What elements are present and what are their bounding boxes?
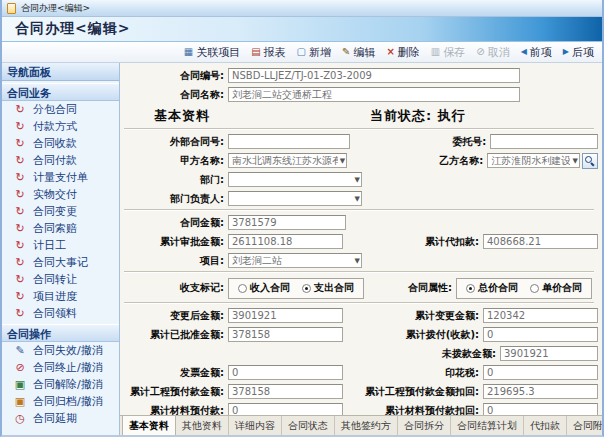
sidebar-item-contract-claim[interactable]: ↻ 合同索赔: [2, 220, 119, 237]
contract-no-field[interactable]: NSBD-LLJEZ/TJ-01-Z03-2009: [228, 68, 520, 83]
dept-head-combo[interactable]: ▼: [228, 191, 362, 206]
attr-group: 总价合同 单价合同: [456, 278, 592, 299]
toolbar-report[interactable]: ▤ 报表: [251, 45, 285, 60]
party-row: 甲方名称: 南水北调东线江苏水源有限责任公司 ▼ 乙方名称: 江苏淮阴水利建设有…: [122, 152, 598, 169]
toolbar-next-item[interactable]: ▶ 后项: [563, 45, 594, 60]
sidebar-item-contract-archive[interactable]: ▣ 合同归档/撤消: [2, 393, 119, 410]
contract-doc-icon: ↻: [14, 240, 26, 251]
contract-no-label: 合同编号:: [122, 69, 228, 83]
tab-other-info[interactable]: 其他资料: [176, 416, 229, 435]
sidebar-item-contract-invalidate[interactable]: ✎ 合同失效/撤消: [2, 342, 119, 359]
sidebar-item-contract-extend[interactable]: ◷ 合同延期: [2, 410, 119, 427]
pay-flag-label: 收支标记:: [122, 281, 228, 295]
sidebar-item-subcontract[interactable]: ↻ 分包合同: [2, 101, 119, 118]
cancel-icon: ⊘: [476, 47, 484, 57]
cum-material-back-label: 累计材料预付款扣回:: [343, 404, 483, 416]
tab-attachments[interactable]: 合同附件: [567, 416, 602, 435]
tab-other-parties[interactable]: 其他签约方: [335, 416, 398, 435]
project-combo[interactable]: 刘老涧二站 ▼: [228, 253, 362, 268]
section-contract-operations[interactable]: 合同操作: [2, 324, 119, 342]
tab-basic-info[interactable]: 基本资料: [122, 415, 176, 435]
entrust-no-field[interactable]: [490, 134, 598, 149]
changed-amount-field[interactable]: 3901921: [228, 308, 343, 323]
cum-approved-field[interactable]: 378158: [228, 327, 343, 342]
cum-withhold-field[interactable]: 408668.21: [483, 234, 598, 249]
tab-detail-content[interactable]: 详细内容: [229, 416, 282, 435]
chevron-down-icon[interactable]: ▼: [338, 157, 345, 165]
navigation-panel: 导航面板 合同业务 ↻ 分包合同 ↻ 付款方式 ↻ 合同收款 ↻ 合同付款 ↻ …: [2, 63, 120, 435]
sidebar-item-daywork[interactable]: ↻ 计日工: [2, 237, 119, 254]
sidebar-item-contract-events[interactable]: ↻ 合同大事记: [2, 254, 119, 271]
toolbar-related-project[interactable]: ▦ 关联项目: [184, 45, 240, 60]
cum-change-field[interactable]: 120342: [483, 308, 598, 323]
unitprice-contract-radio[interactable]: 单价合同: [530, 281, 582, 295]
sidebar-item-physical-delivery[interactable]: ↻ 实物交付: [2, 186, 119, 203]
toolbar-prev-item[interactable]: ◀ 前项: [521, 45, 552, 60]
expense-contract-radio[interactable]: 支出合同: [302, 281, 354, 295]
sidebar-item-payment-method[interactable]: ↻ 付款方式: [2, 118, 119, 135]
sidebar-item-contract-release[interactable]: ▣ 合同解除/撤消: [2, 376, 119, 393]
cum-change-label: 累计变更金额:: [343, 309, 483, 323]
section-contract-business[interactable]: 合同业务: [2, 83, 119, 101]
search-icon: [584, 155, 595, 166]
cum-approved-label: 累计已批准金额:: [122, 328, 228, 342]
department-combo[interactable]: ▼: [228, 172, 362, 187]
party-b-label: 乙方名称:: [347, 154, 487, 168]
prev-icon: ◀: [521, 48, 527, 56]
lumpsum-contract-radio[interactable]: 总价合同: [466, 281, 518, 295]
sidebar-item-contract-receipt[interactable]: ↻ 合同收款: [2, 135, 119, 152]
stamp-tax-field[interactable]: 0: [483, 365, 598, 380]
external-no-field[interactable]: [228, 134, 350, 149]
window-titlebar[interactable]: 合同办理<编辑>: [2, 0, 602, 17]
sidebar-item-project-progress[interactable]: ↻ 项目进度: [2, 288, 119, 305]
page-title: 合同办理<编辑>: [15, 20, 130, 38]
radio-on-icon: [302, 284, 311, 293]
chevron-down-icon[interactable]: ▼: [353, 176, 360, 184]
cum-advance-back-field[interactable]: 219695.3: [483, 384, 598, 399]
toolbar-cancel[interactable]: ⊘ 取消: [476, 45, 509, 60]
contract-amount-field[interactable]: 3781579: [228, 215, 346, 230]
chevron-down-icon[interactable]: ▼: [570, 157, 577, 165]
nav-panel-title: 导航面板: [2, 63, 119, 81]
cum-material-field[interactable]: 0: [228, 403, 343, 415]
cum-material-back-field[interactable]: 0: [483, 403, 598, 415]
divider: [124, 209, 594, 211]
sidebar-item-contract-change[interactable]: ↻ 合同变更: [2, 203, 119, 220]
tab-contract-split[interactable]: 合同拆分: [398, 416, 451, 435]
cum-approval-field[interactable]: 2611108.18: [228, 234, 343, 249]
department-label: 部门:: [122, 173, 228, 187]
unallocated-field[interactable]: 3901921: [500, 346, 598, 361]
bottom-tabstrip: 基本资料 其他资料 详细内容 合同状态 其他签约方 合同拆分 合同结算计划 代扣…: [120, 415, 602, 435]
toolbar-delete[interactable]: × 删除: [386, 45, 419, 60]
party-b-combo[interactable]: 江苏淮阴水利建设有限公司 ▼: [487, 153, 580, 168]
chevron-down-icon[interactable]: ▼: [353, 195, 360, 203]
sidebar-item-measure-payslip[interactable]: ↻ 计量支付单: [2, 169, 119, 186]
party-b-search-button[interactable]: [582, 153, 598, 169]
advance-row: 累计工程预付款金额: 378158 累计工程预付款金额扣回: 219695.3: [122, 383, 598, 400]
project-row: 项目: 刘老涧二站 ▼: [122, 252, 598, 269]
contract-name-row: 合同名称: 刘老涧二站交通桥工程: [122, 86, 598, 103]
tab-contract-status[interactable]: 合同状态: [282, 416, 335, 435]
flags-row: 收支标记: 收入合同 支出合同 合同属性:: [122, 276, 598, 300]
unallocated-row: 未拨款金额: 3901921: [122, 345, 598, 362]
toolbar-edit[interactable]: ✎ 编辑: [342, 45, 375, 60]
sidebar-item-contract-transfer[interactable]: ↻ 合同转让: [2, 271, 119, 288]
income-contract-radio[interactable]: 收入合同: [238, 281, 290, 295]
toolbar-new[interactable]: ▢ 新增: [297, 45, 331, 60]
contract-name-field[interactable]: 刘老涧二站交通桥工程: [228, 87, 520, 102]
cum-allocated-field[interactable]: 0: [483, 327, 598, 342]
party-a-combo[interactable]: 南水北调东线江苏水源有限责任公司 ▼: [228, 153, 347, 168]
contract-doc-icon: ↻: [14, 155, 26, 166]
cum-advance-field[interactable]: 378158: [228, 384, 343, 399]
contract-doc-icon: ↻: [14, 274, 26, 285]
chevron-down-icon[interactable]: ▼: [353, 257, 360, 265]
toolbar-save[interactable]: ▥ 保存: [431, 45, 465, 60]
release-icon: ▣: [14, 379, 26, 390]
invoice-field[interactable]: 0: [228, 365, 343, 380]
main-panel: 合同编号: NSBD-LLJEZ/TJ-01-Z03-2009 合同名称: 刘老…: [120, 63, 602, 435]
tab-withholding[interactable]: 代扣款: [524, 416, 567, 435]
sidebar-item-contract-terminate[interactable]: ⊘ 合同终止/撤消: [2, 359, 119, 376]
sidebar-item-material-request[interactable]: ↻ 合同领料: [2, 305, 119, 322]
tab-settlement-plan[interactable]: 合同结算计划: [451, 416, 524, 435]
sidebar-item-contract-payment[interactable]: ↻ 合同付款: [2, 152, 119, 169]
